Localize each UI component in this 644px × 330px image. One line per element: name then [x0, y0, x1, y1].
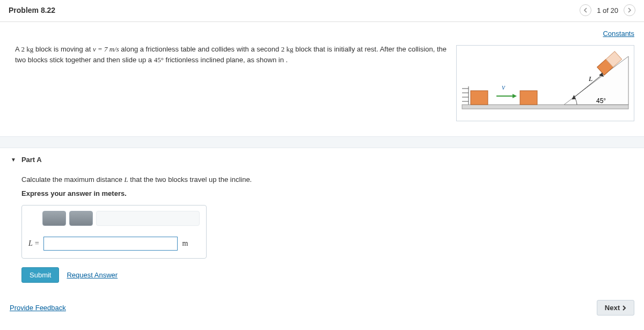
request-answer-link[interactable]: Request Answer: [67, 271, 118, 279]
part-a-header[interactable]: ▼ Part A: [11, 156, 634, 164]
chevron-right-icon: [622, 305, 626, 311]
answer-lhs: L =: [28, 239, 39, 248]
svg-rect-0: [462, 105, 628, 109]
svg-rect-6: [471, 91, 488, 105]
constants-link[interactable]: Constants: [603, 30, 634, 38]
part-a-prompt: Calculate the maximum distance L that th…: [21, 175, 634, 184]
part-a-title: Part A: [21, 156, 42, 164]
prev-page-button[interactable]: [580, 4, 591, 16]
figure-v-label: v: [502, 83, 506, 91]
page-indicator: 1 of 20: [597, 6, 618, 14]
page-nav: 1 of 20: [580, 4, 635, 16]
answer-box: L = m: [21, 205, 207, 259]
format-toolbar: [96, 211, 200, 226]
part-a-instruction: Express your answer in meters.: [21, 189, 634, 197]
section-divider: [0, 136, 644, 148]
provide-feedback-link[interactable]: Provide Feedback: [10, 304, 66, 312]
svg-rect-7: [520, 91, 537, 105]
answer-input[interactable]: [43, 237, 178, 251]
next-label: Next: [605, 304, 620, 312]
problem-statement: v L 45° A 2 kg block is moving at v = 7 …: [0, 40, 644, 136]
chevron-right-icon: [627, 8, 632, 13]
chevron-left-icon: [583, 8, 588, 13]
problem-title: Problem 8.22: [9, 6, 55, 14]
caret-down-icon: ▼: [11, 157, 16, 163]
format-tool-2[interactable]: [69, 211, 93, 226]
next-page-button[interactable]: [624, 4, 635, 16]
submit-button[interactable]: Submit: [21, 267, 59, 283]
answer-unit: m: [182, 239, 188, 248]
figure-l-label: L: [588, 75, 592, 83]
problem-text: A 2 kg block is moving at v = 7 m/s alon…: [15, 45, 447, 64]
next-button[interactable]: Next: [597, 300, 634, 316]
problem-figure: v L 45°: [456, 45, 634, 121]
figure-angle-label: 45°: [596, 97, 606, 105]
format-tool-1[interactable]: [42, 211, 66, 226]
svg-marker-9: [513, 94, 517, 98]
